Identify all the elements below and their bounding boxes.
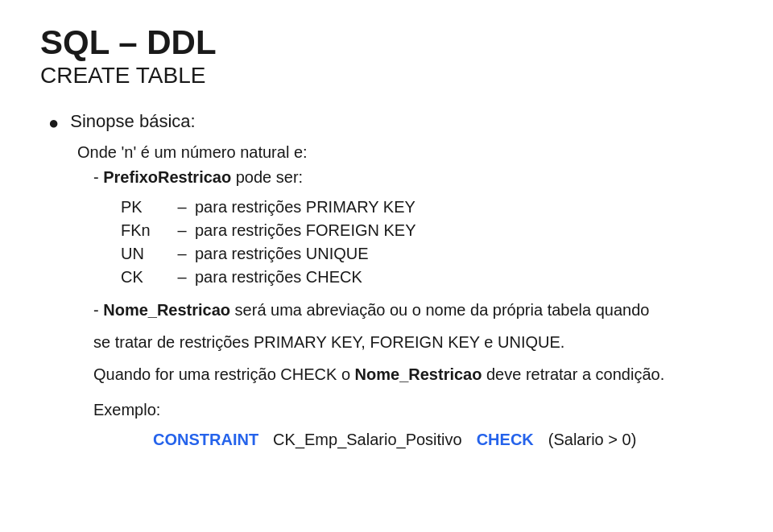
quando-text2: deve retratar a condição. xyxy=(482,365,664,383)
subtitle: CREATE TABLE xyxy=(40,63,733,89)
rest-code: CK xyxy=(121,268,169,287)
code-check: CHECK xyxy=(477,431,534,449)
code-example-line: CONSTRAINT CK_Emp_Salario_Positivo CHECK… xyxy=(153,431,733,449)
code-identifier: CK_Emp_Salario_Positivo xyxy=(273,431,462,449)
restriction-row: FKn – para restrições FOREIGN KEY xyxy=(121,221,733,240)
prefix-rest: pode ser: xyxy=(231,168,303,186)
nome-prefix: - xyxy=(93,301,103,319)
exemplo-label: Exemplo: xyxy=(93,401,733,419)
restriction-table: PK – para restrições PRIMARY KEY FKn – p… xyxy=(121,198,733,287)
prefix-bold: PrefixoRestricao xyxy=(103,168,231,186)
rest-code: PK xyxy=(121,198,169,217)
rest-desc: para restrições UNIQUE xyxy=(195,245,369,263)
quando-for-line: Quando for uma restrição CHECK o Nome_Re… xyxy=(93,362,733,386)
sinopse-label: Sinopse básica: xyxy=(70,111,195,132)
rest-desc: para restrições CHECK xyxy=(195,268,362,287)
rest-dash: – xyxy=(169,245,195,263)
code-keyword: CONSTRAINT xyxy=(153,431,258,449)
main-title: SQL – DDL xyxy=(40,24,733,61)
restriction-row: PK – para restrições PRIMARY KEY xyxy=(121,198,733,217)
rest-code: FKn xyxy=(121,221,169,240)
nome-restricao-line: - Nome_Restricao será uma abreviação ou … xyxy=(93,298,733,322)
code-condition: (Salario > 0) xyxy=(548,431,637,449)
bullet-icon: ● xyxy=(48,113,59,134)
nome-bold: Nome_Restricao xyxy=(103,301,230,319)
where-line: Onde 'n' é um número natural e: xyxy=(77,143,733,162)
rest-code: UN xyxy=(121,245,169,263)
nome-rest: será uma abreviação ou o nome da própria… xyxy=(230,301,649,319)
rest-dash: – xyxy=(169,268,195,287)
restriction-row: CK – para restrições CHECK xyxy=(121,268,733,287)
primary-key-line: se tratar de restrições PRIMARY KEY, FOR… xyxy=(93,330,733,354)
quando-text1: Quando for uma restrição CHECK o xyxy=(93,365,355,383)
restriction-row: UN – para restrições UNIQUE xyxy=(121,245,733,263)
sinopse-section: ● Sinopse básica: xyxy=(48,111,733,134)
prefix-line: - PrefixoRestricao pode ser: xyxy=(93,168,733,187)
rest-desc: para restrições FOREIGN KEY xyxy=(195,221,416,240)
rest-dash: – xyxy=(169,198,195,217)
prefix-dash: - xyxy=(93,168,103,186)
rest-dash: – xyxy=(169,221,195,240)
quando-bold: Nome_Restricao xyxy=(355,365,482,383)
rest-desc: para restrições PRIMARY KEY xyxy=(195,198,415,217)
